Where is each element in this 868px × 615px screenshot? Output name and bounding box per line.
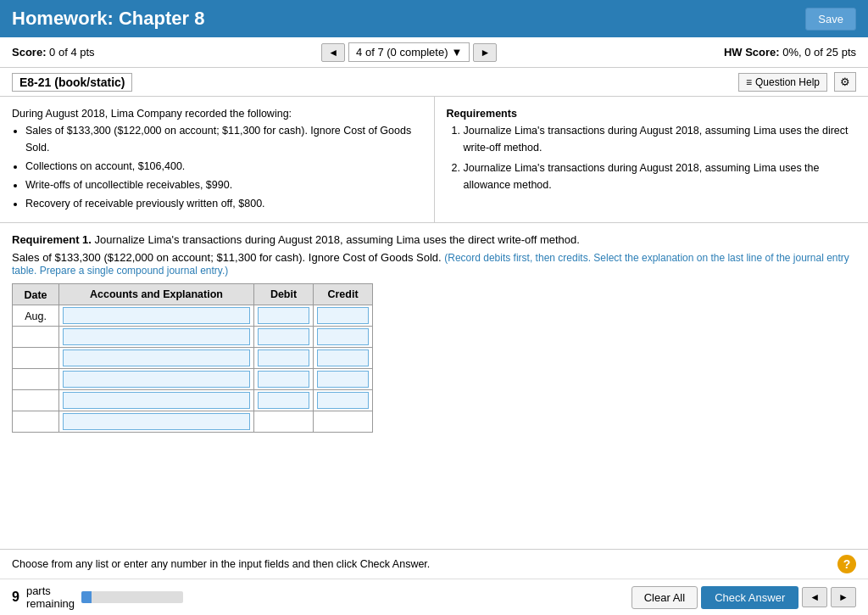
table-row (13, 369, 373, 390)
question-help-label: Question Help (755, 76, 820, 88)
score-label: Score: (12, 46, 46, 59)
account-input-2[interactable] (63, 349, 250, 366)
account-input-5[interactable] (63, 413, 250, 430)
nav-prev-button[interactable]: ◄ (321, 43, 345, 62)
info-right: Requirements Journalize Lima's transacti… (435, 97, 869, 222)
info-bullet: Sales of $133,300 ($122,000 on account; … (25, 122, 422, 156)
score-display: Score: 0 of 4 pts (12, 46, 95, 59)
hw-score-display: HW Score: 0%, 0 of 25 pts (724, 46, 856, 59)
requirement-label: Requirement 1. (12, 233, 92, 246)
debit-cell-4 (254, 390, 314, 411)
info-bullet: Collections on account, $106,400. (25, 158, 422, 175)
date-cell-4 (13, 390, 59, 411)
debit-input-0[interactable] (258, 307, 309, 324)
nav-label-text: 4 of 7 (0 complete) (356, 46, 448, 59)
date-cell-5 (13, 411, 59, 433)
nav-dropdown-icon: ▼ (452, 46, 463, 59)
credit-input-3[interactable] (317, 371, 369, 388)
credit-cell-4 (314, 390, 373, 411)
gear-icon: ⚙ (840, 75, 850, 88)
save-button[interactable]: Save (805, 8, 856, 31)
account-input-3[interactable] (63, 371, 250, 388)
debit-cell-1 (254, 327, 314, 348)
nav-controls: ◄ 4 of 7 (0 complete) ▼ ► (321, 42, 497, 62)
debit-input-2[interactable] (258, 349, 309, 366)
col-header-debit: Debit (254, 284, 314, 305)
info-bullets: Sales of $133,300 ($122,000 on account; … (25, 122, 422, 212)
col-header-account: Accounts and Explanation (59, 284, 254, 305)
account-cell-3 (59, 369, 254, 390)
hw-score-value: 0%, 0 of 25 pts (782, 46, 856, 59)
hw-score-label: HW Score: (724, 46, 780, 59)
info-left: During August 2018, Lima Company recorde… (0, 97, 435, 222)
debit-input-1[interactable] (258, 328, 309, 345)
requirement-header: Requirement 1. Journalize Lima's transac… (12, 233, 856, 246)
list-icon: ≡ (746, 76, 752, 88)
problem-id: E8-21 (book/static) (12, 73, 132, 92)
date-cell-3 (13, 369, 59, 390)
journal-table: Date Accounts and Explanation Debit Cred… (12, 283, 373, 433)
info-bullet: Write-offs of uncollectible receivables,… (25, 176, 422, 193)
table-row (13, 411, 373, 433)
question-help-button[interactable]: ≡ Question Help (738, 73, 827, 92)
col-header-date: Date (13, 284, 59, 305)
debit-input-4[interactable] (258, 392, 309, 409)
date-cell-0: Aug. (13, 305, 59, 327)
debit-input-3[interactable] (258, 371, 309, 388)
table-row (13, 348, 373, 369)
info-intro: During August 2018, Lima Company recorde… (12, 105, 422, 122)
col-header-credit: Credit (314, 284, 373, 305)
requirements-title: Requirements (447, 108, 517, 120)
problem-bar: E8-21 (book/static) ≡ Question Help ⚙ (0, 68, 868, 97)
problem-bar-controls: ≡ Question Help ⚙ (738, 72, 856, 92)
debit-cell-0 (254, 305, 314, 327)
date-cell-1 (13, 327, 59, 348)
debit-cell-3 (254, 369, 314, 390)
table-row: Aug. (13, 305, 373, 327)
credit-input-2[interactable] (317, 349, 369, 366)
settings-button[interactable]: ⚙ (834, 72, 856, 92)
requirement-item-1: Journalize Lima's transactions during Au… (464, 122, 857, 156)
sales-line: Sales of $133,300 ($122,000 on account; … (12, 251, 856, 277)
header: Homework: Chapter 8 Save (0, 0, 868, 37)
table-row (13, 327, 373, 348)
credit-cell-2 (314, 348, 373, 369)
requirement-item-2: Journalize Lima's transactions during Au… (464, 159, 857, 193)
score-bar: Score: 0 of 4 pts ◄ 4 of 7 (0 complete) … (0, 37, 868, 68)
sales-line-text: Sales of $133,300 ($122,000 on account; … (12, 251, 442, 264)
debit-cell-5 (254, 411, 314, 433)
account-input-4[interactable] (63, 392, 250, 409)
credit-cell-0 (314, 305, 373, 327)
main-content: Requirement 1. Journalize Lima's transac… (0, 223, 868, 443)
account-cell-1 (59, 327, 254, 348)
info-area: During August 2018, Lima Company recorde… (0, 97, 868, 223)
requirement-text: Journalize Lima's transactions during Au… (95, 233, 580, 246)
credit-input-1[interactable] (317, 328, 369, 345)
nav-next-button[interactable]: ► (473, 43, 497, 62)
debit-cell-2 (254, 348, 314, 369)
account-cell-2 (59, 348, 254, 369)
credit-cell-3 (314, 369, 373, 390)
credit-input-0[interactable] (317, 307, 369, 324)
account-input-1[interactable] (63, 328, 250, 345)
table-row (13, 390, 373, 411)
info-bullet: Recovery of receivable previously writte… (25, 195, 422, 212)
date-cell-2 (13, 348, 59, 369)
page-title: Homework: Chapter 8 (12, 8, 204, 30)
account-cell-5 (59, 411, 254, 433)
credit-cell-1 (314, 327, 373, 348)
nav-label[interactable]: 4 of 7 (0 complete) ▼ (348, 42, 470, 62)
credit-input-4[interactable] (317, 392, 369, 409)
credit-cell-5 (314, 411, 373, 433)
account-input-0[interactable] (63, 307, 250, 324)
score-value: 0 of 4 pts (49, 46, 94, 59)
account-cell-0 (59, 305, 254, 327)
requirements-list: Journalize Lima's transactions during Au… (464, 122, 857, 193)
account-cell-4 (59, 390, 254, 411)
